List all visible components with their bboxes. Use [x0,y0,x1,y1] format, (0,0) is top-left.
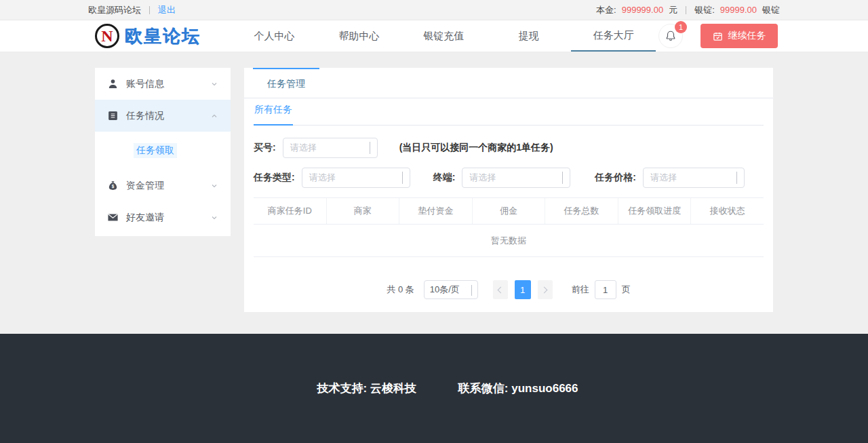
bell-icon [665,30,677,42]
column-header: 垫付资金 [399,198,473,224]
task-management-card: 任务管理 所有任务 买号: 请选择 (当日只可以接同一个商家的1单任务) 任务类… [244,68,773,312]
table-empty-state: 暂无数据 [254,225,764,257]
column-header: 商家任务ID [254,198,327,224]
sidebar-item-task-status[interactable]: 任务情况 [95,100,231,132]
footer: 技术支持: 云梭科技 联系微信: yunsuo6666 [0,334,868,443]
filter-row-buyer: 买号: 请选择 (当日只可以接同一个商家的1单任务) [254,138,764,158]
divider [149,6,150,14]
page-body: 账号信息 任务情况 任务领取 [0,53,868,334]
chevron-down-icon [736,172,737,184]
sub-tabs: 所有任务 [254,98,764,126]
notification-button[interactable]: 1 [658,24,683,48]
page-size-select[interactable]: 10条/页 [424,280,478,299]
pagination: 共 0 条 10条/页 1 前往 页 [244,280,773,299]
sidebar-item-label: 资金管理 [126,180,164,192]
chevron-down-icon [471,285,472,295]
footer-support: 技术支持: 云梭科技 [317,381,416,396]
ingot-unit: 银锭 [762,4,780,16]
nav-item-personal-center[interactable]: 个人中心 [232,20,317,52]
chevron-down-icon [210,182,218,190]
nav-item-help-center[interactable]: 帮助中心 [317,20,401,52]
list-icon [107,110,119,121]
terminal-placeholder: 请选择 [469,172,496,184]
notification-badge: 1 [675,21,687,33]
divider [686,6,686,14]
goto-unit: 页 [622,284,631,296]
sidebar: 账号信息 任务情况 任务领取 [95,68,231,236]
header: N 欧皇论坛 个人中心 帮助中心 银锭充值 提现 任务大厅 1 继续任务 [0,20,868,52]
ingot-label: 银锭: [694,4,715,16]
calendar-check-icon [713,31,723,41]
task-type-label: 任务类型: [254,172,295,184]
nav-item-task-hall[interactable]: 任务大厅 [571,20,656,52]
nav-item-ingot-recharge[interactable]: 银锭充值 [401,20,486,52]
price-placeholder: 请选择 [650,172,677,184]
buyer-select[interactable]: 请选择 [283,138,378,158]
main-nav: 个人中心 帮助中心 银锭充值 提现 任务大厅 [232,20,656,52]
continue-task-button[interactable]: 继续任务 [701,24,778,48]
svg-text:$: $ [112,184,115,189]
sidebar-subitem-label: 任务领取 [134,143,177,158]
column-header: 任务领取进度 [618,198,692,224]
task-type-placeholder: 请选择 [309,172,336,184]
tab-all-tasks[interactable]: 所有任务 [254,104,293,126]
page-size-value: 10条/页 [430,284,460,296]
sidebar-item-label: 账号信息 [126,78,164,90]
chevron-right-icon [541,286,548,293]
price-select[interactable]: 请选择 [643,168,745,188]
continue-task-label: 继续任务 [728,30,766,42]
terminal-label: 终端: [433,172,456,184]
price-label: 任务价格: [595,172,636,184]
site-name: 欧皇源码论坛 [88,4,141,16]
principal-label: 本金: [596,4,616,16]
goto-page: 前往 页 [572,280,631,299]
logout-link[interactable]: 退出 [158,4,176,16]
chevron-down-icon [370,142,370,154]
filters: 买号: 请选择 (当日只可以接同一个商家的1单任务) 任务类型: 请选择 终端:… [244,126,773,188]
table-header-row: 商家任务ID 商家 垫付资金 佣金 任务总数 任务领取进度 接收状态 [254,198,764,225]
sidebar-item-fund-management[interactable]: $ 资金管理 [95,170,231,201]
logo-text: 欧皇论坛 [125,24,201,48]
tasks-table: 商家任务ID 商家 垫付资金 佣金 任务总数 任务领取进度 接收状态 暂无数据 [254,197,764,257]
chevron-up-icon [210,112,218,120]
page-number-1[interactable]: 1 [515,280,531,299]
goto-page-input[interactable] [595,280,616,299]
footer-contact: 联系微信: yunsuo6666 [458,381,578,396]
sidebar-item-friend-invite[interactable]: 好友邀请 [95,201,231,233]
column-header: 商家 [327,198,400,224]
terminal-select[interactable]: 请选择 [462,168,570,188]
topbar: 欧皇源码论坛 退出 本金: 999999.00 元 银锭: 99999.00 银… [0,0,868,20]
filter-row-options: 任务类型: 请选择 终端: 请选择 任务价格: 请选择 [254,168,764,188]
money-bag-icon: $ [107,180,119,191]
task-type-select[interactable]: 请选择 [302,168,410,188]
tab-task-management[interactable]: 任务管理 [253,68,319,98]
ingot-value: 99999.00 [720,5,757,15]
chevron-down-icon [562,172,563,184]
buyer-hint: (当日只可以接同一个商家的1单任务) [399,142,553,154]
logo[interactable]: N 欧皇论坛 [95,24,224,48]
card-tabs: 任务管理 [244,68,773,98]
next-page-button[interactable] [538,280,553,299]
goto-label: 前往 [572,284,589,296]
pagination-total: 共 0 条 [387,284,414,296]
prev-page-button[interactable] [493,280,508,299]
column-header: 任务总数 [545,198,618,224]
chevron-left-icon [498,286,505,293]
principal-unit: 元 [669,4,677,16]
topbar-right: 本金: 999999.00 元 银锭: 99999.00 银锭 [596,4,780,16]
user-icon [107,78,119,90]
sidebar-item-account-info[interactable]: 账号信息 [95,68,231,100]
logo-icon: N [95,24,119,48]
chevron-down-icon [210,80,218,88]
buyer-placeholder: 请选择 [290,142,317,154]
sidebar-subitem-task-receive[interactable]: 任务领取 [95,132,231,170]
nav-item-withdraw[interactable]: 提现 [486,20,571,52]
logo-monogram: N [101,28,113,44]
column-header: 接收状态 [691,198,764,224]
mail-icon [107,212,119,223]
sidebar-item-label: 任务情况 [126,110,164,122]
buyer-label: 买号: [254,142,276,154]
chevron-down-icon [210,214,218,222]
column-header: 佣金 [473,198,546,224]
topbar-left: 欧皇源码论坛 退出 [88,4,176,16]
